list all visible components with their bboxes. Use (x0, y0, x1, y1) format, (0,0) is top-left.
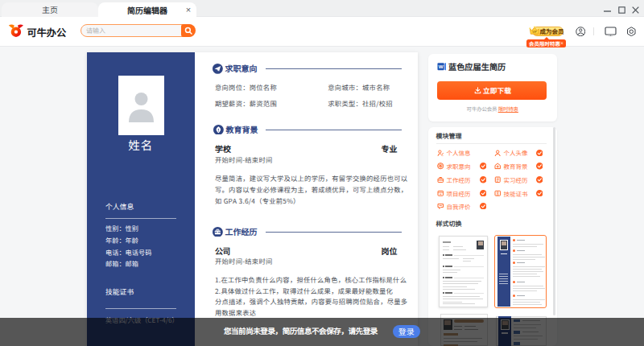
svg-text:VIP: VIP (532, 30, 537, 33)
svg-text:W: W (438, 64, 443, 69)
